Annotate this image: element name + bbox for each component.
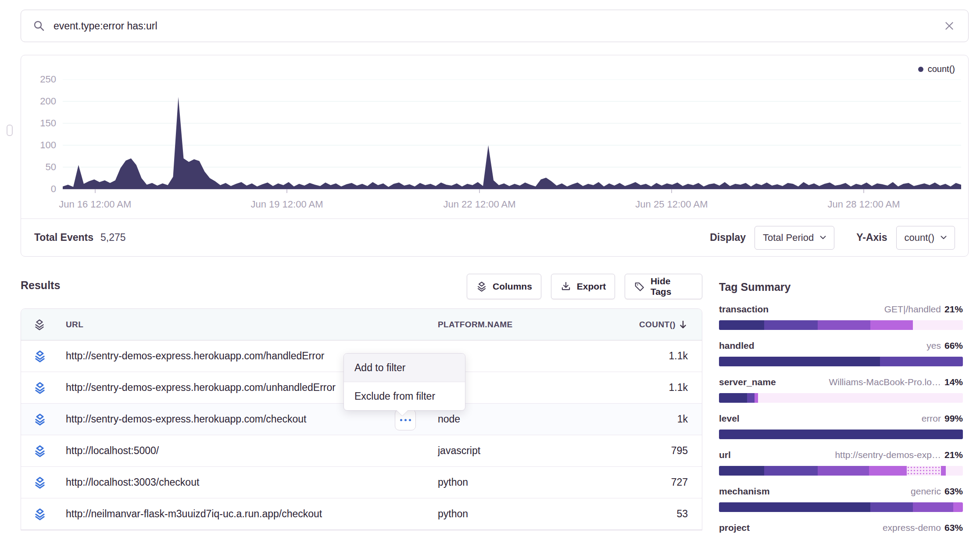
columns-button-label: Columns [493, 281, 532, 292]
tag-bar-segment[interactable] [719, 502, 870, 512]
tag-bar-segment[interactable] [946, 466, 963, 476]
area-series[interactable] [63, 97, 961, 189]
tag-bar-segment[interactable] [953, 502, 963, 512]
count-cell[interactable]: 1.1k [613, 350, 688, 362]
column-header-count[interactable]: COUNT() [613, 320, 688, 329]
y-axis-tick-label: 150 [40, 118, 56, 129]
area-chart[interactable] [63, 79, 961, 194]
tag-distribution-bar[interactable] [719, 320, 963, 330]
tag-bar-segment[interactable] [764, 320, 818, 330]
count-cell[interactable]: 727 [613, 476, 688, 488]
x-axis: Jun 16 12:00 AMJun 19 12:00 AMJun 22 12:… [63, 199, 961, 211]
stack-icon[interactable] [33, 444, 46, 458]
platform-cell[interactable]: python [438, 508, 613, 520]
url-cell[interactable]: http://localhost:5000/ [66, 445, 438, 457]
url-cell[interactable]: http://neilmanvar-flask-m3uuizd7iq-uc.a.… [66, 508, 438, 520]
tag-bar-segment[interactable] [870, 320, 913, 330]
tag-name: handled [719, 340, 755, 351]
display-dropdown-value: Total Period [763, 232, 814, 243]
yaxis-dropdown[interactable]: count() [896, 226, 955, 250]
tag-bar-segment[interactable] [818, 320, 870, 330]
tag-distribution-bar[interactable] [719, 430, 963, 439]
tag-bar-segment[interactable] [913, 320, 963, 330]
stack-icon[interactable] [33, 350, 46, 363]
tag-bar-segment[interactable] [747, 393, 755, 403]
tag-summary-item: server_nameWilliams-MacBook-Pro.lo…14% [719, 377, 963, 403]
count-cell[interactable]: 1.1k [613, 382, 688, 394]
columns-button[interactable]: Columns [467, 274, 541, 299]
tag-distribution-bar[interactable] [719, 502, 963, 512]
tag-bar-segment[interactable] [913, 502, 953, 512]
download-icon [560, 281, 572, 292]
tag-bar-segment[interactable] [719, 466, 764, 476]
search-input[interactable]: event.type:error has:url [54, 20, 942, 32]
tag-bar-segment[interactable] [719, 320, 764, 330]
count-cell[interactable]: 795 [613, 445, 688, 457]
platform-cell[interactable]: javascript [438, 445, 613, 457]
tag-bar-segment[interactable] [870, 502, 913, 512]
platform-cell[interactable]: node [438, 413, 613, 425]
events-chart-panel: count() 250200150100500 Jun 16 12:00 AMJ… [21, 55, 969, 257]
table-row[interactable]: http://neilmanvar-flask-m3uuizd7iq-uc.a.… [21, 498, 702, 530]
tag-bar-segment[interactable] [941, 466, 946, 476]
tag-summary-heading: Tag Summary [719, 281, 963, 294]
table-row[interactable]: http://localhost:3003/checkout python 72… [21, 467, 702, 498]
tag-distribution-bar[interactable] [719, 393, 963, 403]
count-cell[interactable]: 1k [613, 413, 688, 425]
count-cell[interactable]: 53 [613, 508, 688, 520]
search-bar[interactable]: event.type:error has:url [21, 10, 969, 42]
menu-item-exclude-from-filter[interactable]: Exclude from filter [344, 382, 465, 410]
clear-search-button[interactable] [942, 18, 957, 33]
menu-pointer-arrow [396, 410, 408, 416]
menu-item-add-to-filter[interactable]: Add to filter [344, 354, 465, 382]
hide-tags-button[interactable]: Hide Tags [625, 274, 702, 299]
sort-descending-icon [678, 320, 688, 329]
x-axis-tick-label: Jun 19 12:00 AM [250, 199, 323, 210]
x-axis-tick-label: Jun 16 12:00 AM [59, 199, 131, 210]
cell-action-menu: Add to filter Exclude from filter [343, 353, 465, 411]
tag-bar-segment[interactable] [764, 466, 818, 476]
y-axis-tick-label: 0 [51, 183, 56, 195]
close-icon [944, 20, 955, 32]
tag-bar-segment[interactable] [719, 357, 880, 366]
x-axis-tick-label: Jun 22 12:00 AM [444, 199, 516, 210]
tag-bar-segment[interactable] [907, 466, 941, 476]
legend-dot [918, 67, 923, 72]
display-dropdown[interactable]: Total Period [755, 226, 834, 250]
stack-icon[interactable] [33, 508, 46, 521]
tag-bar-segment[interactable] [869, 466, 907, 476]
url-cell[interactable]: http://localhost:3003/checkout [66, 476, 438, 488]
chart-legend[interactable]: count() [918, 64, 955, 74]
url-cell[interactable]: http://sentry-demos-express.herokuapp.co… [66, 413, 438, 425]
tag-bar-segment[interactable] [755, 393, 758, 403]
y-axis: 250200150100500 [21, 79, 56, 194]
tag-summary-item: handledyes66% [719, 340, 963, 366]
tag-bar-segment[interactable] [719, 393, 747, 403]
results-actions: Columns Export Hide Tags [467, 274, 702, 299]
tag-summary-list: transactionGET|/handled21%handledyes66%s… [719, 304, 963, 534]
tag-bar-segment[interactable] [818, 466, 869, 476]
discover-page: event.type:error has:url count() 2502001… [0, 0, 980, 537]
column-header-platform[interactable]: PLATFORM.NAME [438, 320, 613, 329]
tag-summary-item: transactionGET|/handled21% [719, 304, 963, 330]
stack-icon[interactable] [33, 381, 46, 394]
tag-distribution-bar[interactable] [719, 357, 963, 366]
stack-icon[interactable] [33, 413, 46, 426]
results-heading: Results [21, 279, 60, 292]
total-events-value: 5,275 [100, 232, 126, 243]
legend-label: count() [928, 64, 955, 74]
table-row[interactable]: http://localhost:5000/ javascript 795 [21, 435, 702, 467]
platform-cell[interactable]: python [438, 476, 613, 488]
export-button[interactable]: Export [551, 274, 615, 299]
tag-bar-segment[interactable] [719, 430, 963, 439]
stack-icon[interactable] [33, 476, 46, 489]
tag-bar-segment[interactable] [880, 357, 963, 366]
tag-distribution-bar[interactable] [719, 466, 963, 476]
tag-top-value: Williams-MacBook-Pro.lo…14% [829, 377, 963, 387]
stack-icon [33, 319, 46, 331]
panel-collapse-handle[interactable] [7, 125, 13, 136]
chart-footer: Total Events 5,275 Display Total Period … [21, 218, 968, 256]
column-header-url[interactable]: URL [66, 320, 438, 329]
tag-bar-segment[interactable] [758, 393, 963, 403]
tag-summary-item: projectexpress-demo63% [719, 523, 963, 534]
